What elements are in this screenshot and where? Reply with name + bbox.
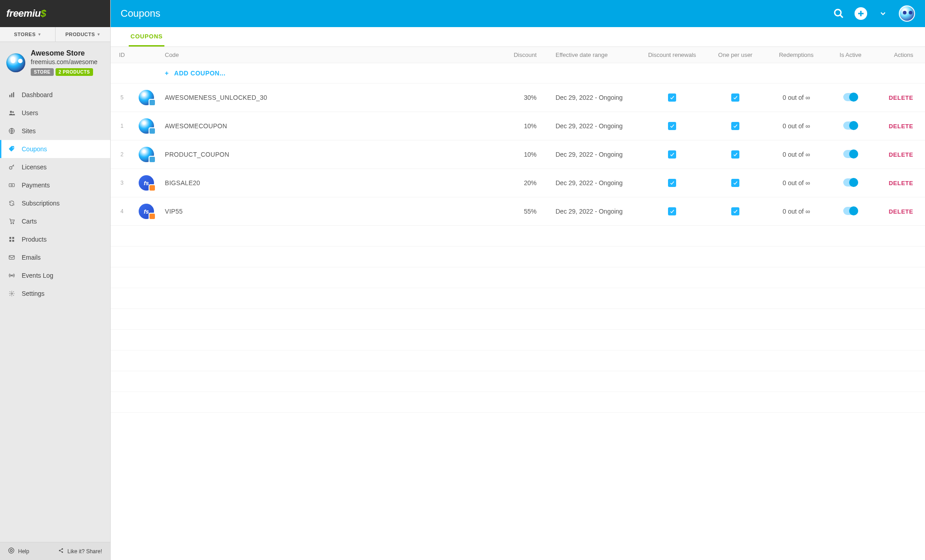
svg-point-7 bbox=[9, 167, 12, 169]
discount-value: 20% bbox=[505, 169, 550, 197]
empty-row bbox=[111, 371, 925, 392]
svg-point-17 bbox=[11, 275, 12, 276]
col-redemptions: Redemptions bbox=[767, 47, 826, 63]
nav-payments[interactable]: Payments bbox=[0, 176, 110, 194]
nav-label: Subscriptions bbox=[22, 200, 60, 207]
nav-label: Users bbox=[22, 109, 38, 117]
add-coupon-label: ADD COUPON... bbox=[174, 70, 226, 77]
toggle-switch[interactable] bbox=[843, 207, 858, 215]
product-icon: fs bbox=[139, 175, 154, 191]
header-actions bbox=[833, 5, 915, 22]
svg-rect-12 bbox=[9, 237, 11, 239]
svg-rect-1 bbox=[11, 93, 12, 98]
svg-point-18 bbox=[11, 293, 13, 294]
check-icon bbox=[731, 150, 739, 159]
renewals-cell bbox=[640, 140, 704, 169]
svg-point-3 bbox=[10, 111, 12, 113]
delete-button[interactable]: DELETE bbox=[889, 151, 913, 158]
stores-tab[interactable]: STORES ▾ bbox=[0, 27, 56, 42]
nav-carts[interactable]: Carts bbox=[0, 212, 110, 230]
check-icon bbox=[731, 207, 739, 215]
product-icon bbox=[139, 147, 154, 162]
product-icon-cell bbox=[133, 140, 159, 169]
share-label: Like it? Share! bbox=[67, 548, 102, 555]
redemptions-value: 0 out of ∞ bbox=[767, 169, 826, 197]
header: Coupons bbox=[111, 0, 925, 27]
nav-label: Sites bbox=[22, 127, 36, 135]
row-id: 1 bbox=[111, 112, 133, 140]
nav-dashboard[interactable]: Dashboard bbox=[0, 86, 110, 104]
date-range: Dec 29, 2022 - Ongoing bbox=[550, 197, 640, 226]
svg-rect-13 bbox=[12, 237, 14, 239]
coupon-code: AWESOMECOUPON bbox=[159, 112, 505, 140]
svg-point-4 bbox=[12, 112, 14, 113]
nav-licenses[interactable]: Licenses bbox=[0, 158, 110, 176]
nav-label: Licenses bbox=[22, 163, 47, 171]
logo-bar: freemiu$ bbox=[0, 0, 110, 27]
row-id: 5 bbox=[111, 84, 133, 112]
empty-row bbox=[111, 309, 925, 330]
delete-button[interactable]: DELETE bbox=[889, 123, 913, 130]
nav-sites[interactable]: Sites bbox=[0, 122, 110, 140]
coupon-code: VIP55 bbox=[159, 197, 505, 226]
product-icon bbox=[139, 118, 154, 134]
table-row[interactable]: 3fsBIGSALE2020%Dec 29, 2022 - Ongoing0 o… bbox=[111, 169, 925, 197]
table-row[interactable]: 1AWESOMECOUPON10%Dec 29, 2022 - Ongoing0… bbox=[111, 112, 925, 140]
row-id: 2 bbox=[111, 140, 133, 169]
help-icon bbox=[8, 547, 14, 555]
coupon-code: PRODUCT_COUPON bbox=[159, 140, 505, 169]
product-icon-cell bbox=[133, 112, 159, 140]
toggle-switch[interactable] bbox=[843, 93, 858, 101]
sidebar: freemiu$ STORES ▾ PRODUCTS ▾ Awesome Sto… bbox=[0, 0, 111, 560]
dropdown-icon[interactable] bbox=[877, 8, 889, 19]
delete-button[interactable]: DELETE bbox=[889, 94, 913, 101]
row-id: 4 bbox=[111, 197, 133, 226]
nav-label: Products bbox=[22, 236, 47, 243]
active-cell bbox=[826, 140, 875, 169]
store-avatar-icon bbox=[6, 53, 25, 72]
products-badge: 2 PRODUCTS bbox=[56, 68, 93, 76]
coupon-code: BIGSALE20 bbox=[159, 169, 505, 197]
nav-coupons[interactable]: Coupons bbox=[0, 140, 110, 158]
col-discount: Discount bbox=[505, 47, 550, 63]
delete-button[interactable]: DELETE bbox=[889, 180, 913, 187]
chart-bar-icon bbox=[8, 92, 15, 98]
date-range: Dec 29, 2022 - Ongoing bbox=[550, 112, 640, 140]
toggle-switch[interactable] bbox=[843, 121, 858, 130]
oneper-cell bbox=[704, 197, 767, 226]
subtabs: COUPONS bbox=[111, 27, 925, 47]
toggle-switch[interactable] bbox=[843, 178, 858, 187]
store-name: Awesome Store bbox=[31, 49, 98, 57]
product-icon-cell: fs bbox=[133, 197, 159, 226]
delete-button[interactable]: DELETE bbox=[889, 208, 913, 215]
add-icon[interactable] bbox=[855, 7, 867, 20]
subtab-coupons[interactable]: COUPONS bbox=[129, 27, 164, 47]
nav-subscriptions[interactable]: Subscriptions bbox=[0, 194, 110, 212]
toggle-switch[interactable] bbox=[843, 150, 858, 158]
nav-events[interactable]: Events Log bbox=[0, 266, 110, 285]
empty-row bbox=[111, 247, 925, 267]
nav-emails[interactable]: Emails bbox=[0, 248, 110, 266]
nav-settings[interactable]: Settings bbox=[0, 285, 110, 303]
table-row[interactable]: 4fsVIP5555%Dec 29, 2022 - Ongoing0 out o… bbox=[111, 197, 925, 226]
nav-products[interactable]: Products bbox=[0, 230, 110, 248]
cart-icon bbox=[8, 218, 15, 224]
products-tab[interactable]: PRODUCTS ▾ bbox=[56, 27, 111, 42]
redemptions-value: 0 out of ∞ bbox=[767, 112, 826, 140]
help-link[interactable]: Help bbox=[8, 547, 29, 555]
nav-label: Dashboard bbox=[22, 91, 53, 98]
search-icon[interactable] bbox=[833, 8, 845, 19]
products-tab-label: PRODUCTS bbox=[65, 32, 95, 37]
table-row[interactable]: 2PRODUCT_COUPON10%Dec 29, 2022 - Ongoing… bbox=[111, 140, 925, 169]
tag-icon bbox=[8, 146, 15, 152]
user-avatar-icon[interactable] bbox=[899, 5, 915, 22]
nav-users[interactable]: Users bbox=[0, 104, 110, 122]
chevron-down-icon: ▾ bbox=[38, 32, 41, 37]
share-link[interactable]: Like it? Share! bbox=[58, 548, 102, 555]
add-coupon-row[interactable]: + ADD COUPON... bbox=[111, 63, 925, 84]
key-icon bbox=[8, 164, 15, 170]
discount-value: 10% bbox=[505, 112, 550, 140]
table-row[interactable]: 5AWESOMENESS_UNLOCKED_3030%Dec 29, 2022 … bbox=[111, 84, 925, 112]
chevron-down-icon: ▾ bbox=[98, 32, 100, 37]
active-cell bbox=[826, 197, 875, 226]
